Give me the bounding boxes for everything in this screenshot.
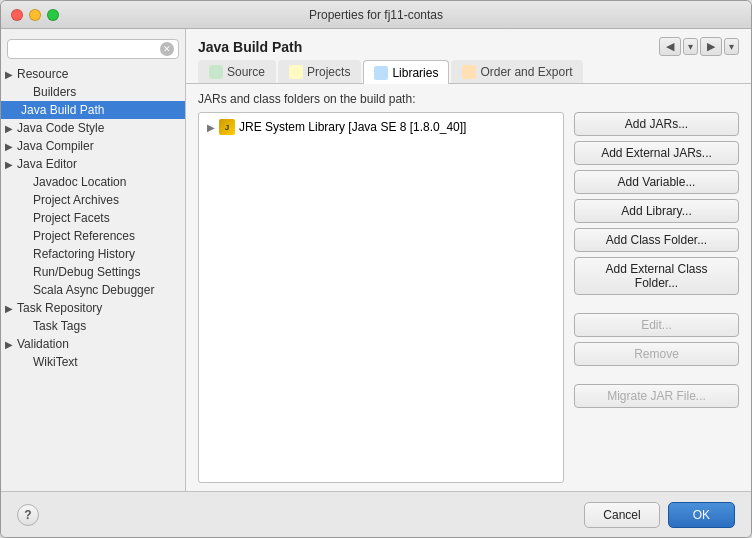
tab-projects-label: Projects	[307, 65, 350, 79]
maximize-button[interactable]	[47, 9, 59, 21]
sidebar-item-task-tags[interactable]: Task Tags	[1, 317, 185, 335]
bottom-bar: ? Cancel OK	[1, 491, 751, 537]
sidebar: ✕ ▶ResourceBuildersJava Build Path▶Java …	[1, 29, 186, 491]
migrate-jar-button[interactable]: Migrate JAR File...	[574, 384, 739, 408]
back-button[interactable]: ◀	[659, 37, 681, 56]
sidebar-item-project-facets[interactable]: Project Facets	[1, 209, 185, 227]
sidebar-item-java-code-style[interactable]: ▶Java Code Style	[1, 119, 185, 137]
sidebar-item-label: Builders	[33, 85, 76, 99]
sidebar-item-label: Run/Debug Settings	[33, 265, 140, 279]
add-library-button[interactable]: Add Library...	[574, 199, 739, 223]
sidebar-item-label: Task Tags	[33, 319, 86, 333]
tab-order-label: Order and Export	[480, 65, 572, 79]
sidebar-item-label: Refactoring History	[33, 247, 135, 261]
traffic-lights	[11, 9, 59, 21]
search-clear-button[interactable]: ✕	[160, 42, 174, 56]
sidebar-item-project-references[interactable]: Project References	[1, 227, 185, 245]
tree-expand-arrow: ▶	[207, 122, 217, 133]
nav-arrows: ◀ ▾ ▶ ▾	[659, 37, 739, 56]
forward-button[interactable]: ▶	[700, 37, 722, 56]
projects-tab-icon	[289, 65, 303, 79]
sidebar-arrow: ▶	[5, 159, 15, 170]
sidebar-item-label: Java Editor	[17, 157, 77, 171]
sidebar-item-label: Task Repository	[17, 301, 102, 315]
sidebar-arrow: ▶	[5, 141, 15, 152]
build-path-body: ▶ J JRE System Library [Java SE 8 [1.8.0…	[198, 112, 739, 483]
sidebar-item-project-archives[interactable]: Project Archives	[1, 191, 185, 209]
sidebar-item-wikitext[interactable]: WikiText	[1, 353, 185, 371]
footer-buttons: Cancel OK	[584, 502, 735, 528]
add-jars-button[interactable]: Add JARs...	[574, 112, 739, 136]
order-tab-icon	[462, 65, 476, 79]
sidebar-item-validation[interactable]: ▶Validation	[1, 335, 185, 353]
back-dropdown-button[interactable]: ▾	[683, 38, 698, 55]
search-input[interactable]	[12, 43, 160, 55]
close-button[interactable]	[11, 9, 23, 21]
sidebar-item-javadoc-location[interactable]: Javadoc Location	[1, 173, 185, 191]
sidebar-item-label: Project Facets	[33, 211, 110, 225]
build-path-description: JARs and class folders on the build path…	[198, 92, 739, 106]
add-external-jars-button[interactable]: Add External JARs...	[574, 141, 739, 165]
minimize-button[interactable]	[29, 9, 41, 21]
tab-libraries[interactable]: Libraries	[363, 60, 449, 84]
sidebar-item-label: WikiText	[33, 355, 78, 369]
sidebar-item-label: Javadoc Location	[33, 175, 126, 189]
sidebar-item-java-build-path[interactable]: Java Build Path	[1, 101, 185, 119]
cancel-button[interactable]: Cancel	[584, 502, 659, 528]
sidebar-item-label: Java Code Style	[17, 121, 104, 135]
window-title: Properties for fj11-contas	[309, 8, 443, 22]
tab-source-label: Source	[227, 65, 265, 79]
source-tab-icon	[209, 65, 223, 79]
sidebar-item-label: Project Archives	[33, 193, 119, 207]
add-variable-button[interactable]: Add Variable...	[574, 170, 739, 194]
action-buttons-panel: Add JARs... Add External JARs... Add Var…	[574, 112, 739, 483]
sidebar-item-label: Java Compiler	[17, 139, 94, 153]
sidebar-item-run-debug-settings[interactable]: Run/Debug Settings	[1, 263, 185, 281]
tree-item-jre[interactable]: ▶ J JRE System Library [Java SE 8 [1.8.0…	[203, 117, 559, 137]
sidebar-item-label: Scala Async Debugger	[33, 283, 154, 297]
sidebar-item-label: Java Build Path	[21, 103, 104, 117]
libraries-tab-icon	[374, 66, 388, 80]
tabs-bar: Source Projects Libraries Order and Expo…	[186, 60, 751, 84]
help-button[interactable]: ?	[17, 504, 39, 526]
tab-source[interactable]: Source	[198, 60, 276, 83]
sidebar-item-java-compiler[interactable]: ▶Java Compiler	[1, 137, 185, 155]
libraries-tree[interactable]: ▶ J JRE System Library [Java SE 8 [1.8.0…	[198, 112, 564, 483]
sidebar-arrow: ▶	[5, 123, 15, 134]
search-box: ✕	[7, 39, 179, 59]
titlebar: Properties for fj11-contas	[1, 1, 751, 29]
sidebar-item-label: Resource	[17, 67, 68, 81]
ok-button[interactable]: OK	[668, 502, 735, 528]
edit-button[interactable]: Edit...	[574, 313, 739, 337]
tab-order-export[interactable]: Order and Export	[451, 60, 583, 83]
sidebar-item-scala-async-debugger[interactable]: Scala Async Debugger	[1, 281, 185, 299]
panel-title: Java Build Path	[198, 39, 302, 55]
tab-content: JARs and class folders on the build path…	[186, 84, 751, 491]
sidebar-arrow: ▶	[5, 69, 15, 80]
sidebar-item-refactoring-history[interactable]: Refactoring History	[1, 245, 185, 263]
sidebar-item-builders[interactable]: Builders	[1, 83, 185, 101]
main-panel: Java Build Path ◀ ▾ ▶ ▾ Source Projects	[186, 29, 751, 491]
sidebar-item-label: Project References	[33, 229, 135, 243]
content-area: ✕ ▶ResourceBuildersJava Build Path▶Java …	[1, 29, 751, 491]
add-external-class-folder-button[interactable]: Add External Class Folder...	[574, 257, 739, 295]
main-window: Properties for fj11-contas ✕ ▶ResourceBu…	[0, 0, 752, 538]
sidebar-item-java-editor[interactable]: ▶Java Editor	[1, 155, 185, 173]
tree-item-jre-label: JRE System Library [Java SE 8 [1.8.0_40]…	[239, 120, 466, 134]
sidebar-arrow: ▶	[5, 303, 15, 314]
forward-dropdown-button[interactable]: ▾	[724, 38, 739, 55]
tab-libraries-label: Libraries	[392, 66, 438, 80]
panel-header: Java Build Path ◀ ▾ ▶ ▾	[186, 29, 751, 60]
sidebar-item-resource[interactable]: ▶Resource	[1, 65, 185, 83]
sidebar-item-task-repository[interactable]: ▶Task Repository	[1, 299, 185, 317]
remove-button[interactable]: Remove	[574, 342, 739, 366]
sidebar-arrow: ▶	[5, 339, 15, 350]
tab-projects[interactable]: Projects	[278, 60, 361, 83]
sidebar-item-label: Validation	[17, 337, 69, 351]
jre-icon: J	[219, 119, 235, 135]
add-class-folder-button[interactable]: Add Class Folder...	[574, 228, 739, 252]
sidebar-items-container: ▶ResourceBuildersJava Build Path▶Java Co…	[1, 65, 185, 371]
